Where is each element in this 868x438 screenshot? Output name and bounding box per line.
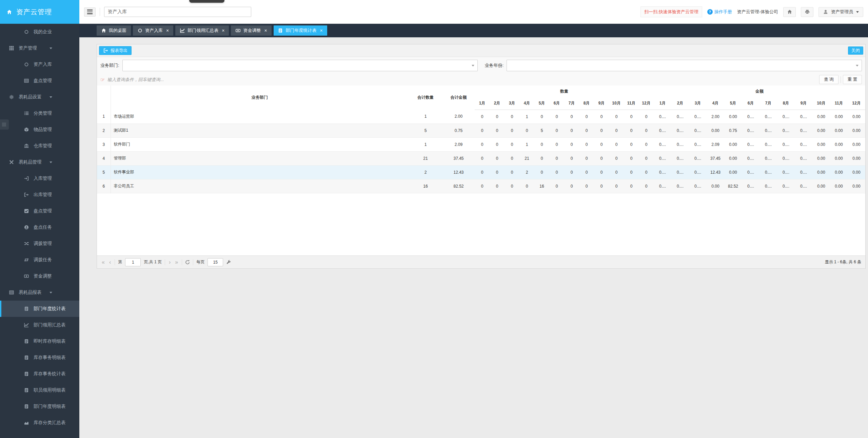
column-header[interactable]: 3月 bbox=[505, 97, 519, 110]
page-number-input[interactable] bbox=[125, 258, 141, 266]
column-header[interactable]: 1月 bbox=[475, 97, 490, 110]
column-header[interactable]: 9月 bbox=[795, 97, 812, 110]
user-menu[interactable]: 资产管理员 bbox=[818, 7, 863, 17]
column-header[interactable]: 1月 bbox=[654, 97, 671, 110]
close-tab-icon[interactable]: × bbox=[166, 28, 169, 33]
column-header[interactable]: 合计数量 bbox=[409, 85, 442, 110]
sidebar-item[interactable]: 易耗品设置 bbox=[0, 89, 79, 105]
last-page-button[interactable]: » bbox=[174, 260, 179, 265]
column-header[interactable]: 6月 bbox=[742, 97, 760, 110]
column-header[interactable]: 2月 bbox=[490, 97, 505, 110]
per-page-input[interactable] bbox=[208, 258, 223, 266]
th-icon bbox=[9, 46, 14, 51]
sidebar-item[interactable]: 调拨管理 bbox=[0, 235, 79, 252]
dept-select[interactable] bbox=[122, 60, 478, 71]
column-header[interactable]: 12月 bbox=[639, 97, 654, 110]
column-header[interactable]: 8月 bbox=[579, 97, 594, 110]
table-row[interactable]: 2测试部150.750000500000000....0....0....0.0… bbox=[97, 123, 865, 137]
column-header[interactable]: 7月 bbox=[564, 97, 579, 110]
sidebar-item[interactable]: 库存事务统计表 bbox=[0, 366, 79, 382]
column-header[interactable]: 11月 bbox=[624, 97, 639, 110]
month-amt-cell: 0.... bbox=[760, 151, 777, 165]
grid-settings-button[interactable] bbox=[226, 260, 231, 265]
column-header[interactable]: 12月 bbox=[848, 97, 865, 110]
month-amt-cell: 0.... bbox=[654, 123, 671, 137]
month-qty-cell: 0 bbox=[624, 123, 639, 137]
next-page-button[interactable]: › bbox=[168, 260, 171, 265]
column-header[interactable]: 业务部门 bbox=[111, 85, 409, 110]
query-button[interactable]: 查 询 bbox=[819, 75, 838, 84]
collapsed-panel-handle[interactable] bbox=[0, 119, 9, 130]
sidebar-item[interactable]: 分类管理 bbox=[0, 105, 79, 121]
print-button[interactable] bbox=[801, 7, 813, 17]
sidebar-item[interactable]: 出库管理 bbox=[0, 187, 79, 203]
row-number-header[interactable] bbox=[97, 85, 111, 110]
reset-button[interactable]: 重 置 bbox=[843, 75, 862, 84]
task-circle-icon bbox=[24, 225, 29, 230]
tab[interactable]: 资产入库× bbox=[133, 25, 173, 36]
sidebar-item[interactable]: 盘点管理 bbox=[0, 73, 79, 89]
table-row[interactable]: 3软件部门12.090001000000000....0....0....2.0… bbox=[97, 137, 865, 151]
column-header[interactable]: 5月 bbox=[724, 97, 742, 110]
column-header[interactable]: 7月 bbox=[760, 97, 777, 110]
sidebar-item[interactable]: 物品管理 bbox=[0, 121, 79, 138]
tab[interactable]: 资金调整× bbox=[231, 25, 271, 36]
sidebar-item[interactable]: 资产入库 bbox=[0, 56, 79, 73]
refresh-button[interactable] bbox=[185, 260, 190, 265]
scan-promo-link[interactable]: 扫一扫,快速体验资产云管理 bbox=[640, 6, 702, 17]
column-header[interactable]: 合计金额 bbox=[442, 85, 475, 110]
manual-link[interactable]: ? 操作手册 bbox=[707, 9, 732, 15]
column-header[interactable]: 4月 bbox=[519, 97, 534, 110]
sidebar-item[interactable]: 部门领用汇总表 bbox=[0, 317, 79, 333]
tab[interactable]: 部门领用汇总表× bbox=[175, 25, 229, 36]
first-page-button[interactable]: « bbox=[101, 260, 105, 265]
sidebar-item[interactable]: 资金调整 bbox=[0, 268, 79, 284]
menu-toggle-button[interactable] bbox=[84, 7, 96, 17]
table-row[interactable]: 1市场运营部12.000001000000000....0....0....2.… bbox=[97, 110, 865, 123]
export-report-button[interactable]: 报表导出 bbox=[99, 46, 132, 55]
sidebar-item[interactable]: 库存分类汇总表 bbox=[0, 415, 79, 431]
year-select[interactable] bbox=[507, 60, 862, 71]
search-input[interactable] bbox=[104, 7, 251, 17]
sidebar-item[interactable]: 部门年度统计表 bbox=[0, 301, 79, 317]
column-header[interactable]: 4月 bbox=[707, 97, 724, 110]
month-qty-cell: 0 bbox=[564, 137, 579, 151]
sidebar-item[interactable]: 入库管理 bbox=[0, 170, 79, 187]
close-tab-icon[interactable]: × bbox=[222, 28, 224, 33]
column-header[interactable]: 5月 bbox=[534, 97, 549, 110]
sidebar-item[interactable]: 仓库管理 bbox=[0, 138, 79, 154]
sidebar-item[interactable]: 资产管理 bbox=[0, 40, 79, 56]
sidebar-item[interactable]: 调拨任务 bbox=[0, 252, 79, 268]
month-amt-cell: 0.... bbox=[760, 179, 777, 193]
column-header[interactable]: 10月 bbox=[812, 97, 830, 110]
column-header[interactable]: 11月 bbox=[830, 97, 848, 110]
sidebar-item[interactable]: 即时库存明细表 bbox=[0, 333, 79, 349]
column-header[interactable]: 3月 bbox=[689, 97, 707, 110]
sidebar-item[interactable]: 部门年度明细表 bbox=[0, 398, 79, 415]
amount-group-header: 金额 bbox=[654, 85, 865, 97]
sidebar-item[interactable]: 盘点任务 bbox=[0, 219, 79, 235]
column-header[interactable]: 6月 bbox=[549, 97, 564, 110]
table-row[interactable]: 5软件事业部212.430002000000000....0....0....1… bbox=[97, 165, 865, 179]
prev-page-button[interactable]: ‹ bbox=[108, 260, 112, 265]
sidebar-item[interactable]: 库存事务明细表 bbox=[0, 349, 79, 366]
home-button[interactable] bbox=[783, 7, 796, 17]
table-row[interactable]: 6非公司员工1682.5200001600000000....0....0...… bbox=[97, 179, 865, 193]
tab[interactable]: 我的桌面 bbox=[97, 25, 131, 36]
sidebar-item[interactable]: 盘点管理 bbox=[0, 203, 79, 219]
close-panel-button[interactable]: 关闭 bbox=[848, 46, 863, 55]
sidebar-item[interactable]: 职员领用明细表 bbox=[0, 382, 79, 398]
close-tab-icon[interactable]: × bbox=[320, 28, 323, 33]
column-header[interactable]: 10月 bbox=[609, 97, 624, 110]
app-logo[interactable]: 资产云管理 bbox=[0, 0, 79, 24]
column-header[interactable]: 2月 bbox=[671, 97, 689, 110]
column-header[interactable]: 8月 bbox=[777, 97, 795, 110]
column-header[interactable]: 9月 bbox=[594, 97, 609, 110]
sidebar-item[interactable]: 易耗品管理 bbox=[0, 154, 79, 170]
sidebar-item[interactable]: 易耗品报表 bbox=[0, 284, 79, 301]
month-amt-cell: 0.... bbox=[777, 137, 795, 151]
sidebar-item[interactable]: 我的企业 bbox=[0, 24, 79, 40]
tab[interactable]: 部门年度统计表× bbox=[274, 25, 327, 36]
table-row[interactable]: 4管理部2137.4500021000000000....0....0....3… bbox=[97, 151, 865, 165]
close-tab-icon[interactable]: × bbox=[264, 28, 267, 33]
